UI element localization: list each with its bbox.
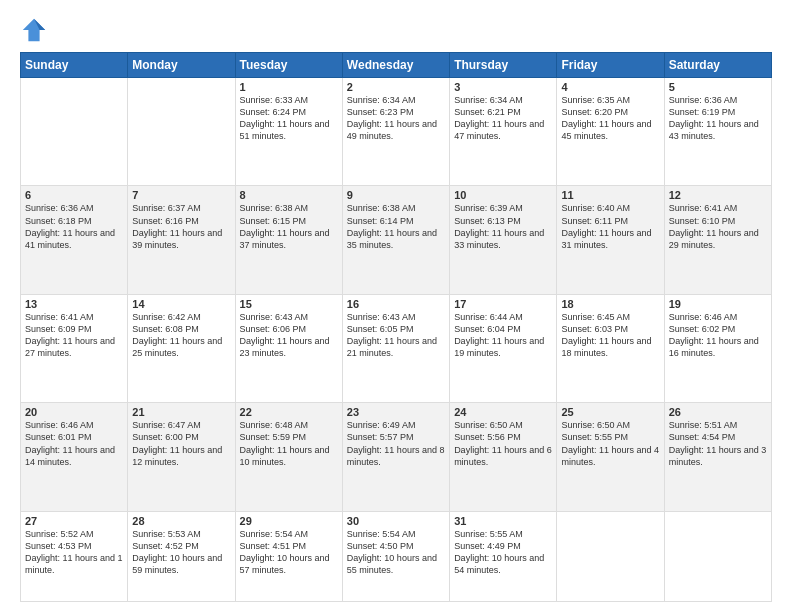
cell-info: Sunrise: 6:43 AMSunset: 6:06 PMDaylight:…: [240, 311, 338, 360]
day-number: 28: [132, 515, 230, 527]
cell-info: Sunrise: 6:39 AMSunset: 6:13 PMDaylight:…: [454, 202, 552, 251]
day-number: 1: [240, 81, 338, 93]
day-number: 31: [454, 515, 552, 527]
day-number: 21: [132, 406, 230, 418]
day-number: 7: [132, 189, 230, 201]
cell-info: Sunrise: 6:49 AMSunset: 5:57 PMDaylight:…: [347, 419, 445, 468]
logo-icon: [20, 16, 48, 44]
cell-info: Sunrise: 6:36 AMSunset: 6:18 PMDaylight:…: [25, 202, 123, 251]
page: SundayMondayTuesdayWednesdayThursdayFrid…: [0, 0, 792, 612]
cell-info: Sunrise: 6:45 AMSunset: 6:03 PMDaylight:…: [561, 311, 659, 360]
day-number: 19: [669, 298, 767, 310]
weekday-header-sunday: Sunday: [21, 53, 128, 78]
day-number: 20: [25, 406, 123, 418]
calendar-cell: 21Sunrise: 6:47 AMSunset: 6:00 PMDayligh…: [128, 403, 235, 511]
cell-info: Sunrise: 5:51 AMSunset: 4:54 PMDaylight:…: [669, 419, 767, 468]
cell-info: Sunrise: 6:35 AMSunset: 6:20 PMDaylight:…: [561, 94, 659, 143]
cell-info: Sunrise: 6:36 AMSunset: 6:19 PMDaylight:…: [669, 94, 767, 143]
day-number: 13: [25, 298, 123, 310]
cell-info: Sunrise: 5:53 AMSunset: 4:52 PMDaylight:…: [132, 528, 230, 577]
calendar-cell: 10Sunrise: 6:39 AMSunset: 6:13 PMDayligh…: [450, 186, 557, 294]
calendar-cell: 7Sunrise: 6:37 AMSunset: 6:16 PMDaylight…: [128, 186, 235, 294]
calendar-cell: 27Sunrise: 5:52 AMSunset: 4:53 PMDayligh…: [21, 511, 128, 601]
day-number: 17: [454, 298, 552, 310]
calendar-cell: 2Sunrise: 6:34 AMSunset: 6:23 PMDaylight…: [342, 78, 449, 186]
header: [20, 16, 772, 44]
weekday-header-saturday: Saturday: [664, 53, 771, 78]
day-number: 29: [240, 515, 338, 527]
day-number: 4: [561, 81, 659, 93]
calendar-cell: 25Sunrise: 6:50 AMSunset: 5:55 PMDayligh…: [557, 403, 664, 511]
cell-info: Sunrise: 6:38 AMSunset: 6:14 PMDaylight:…: [347, 202, 445, 251]
calendar-cell: 31Sunrise: 5:55 AMSunset: 4:49 PMDayligh…: [450, 511, 557, 601]
calendar-cell: 5Sunrise: 6:36 AMSunset: 6:19 PMDaylight…: [664, 78, 771, 186]
weekday-header-tuesday: Tuesday: [235, 53, 342, 78]
calendar-cell: 3Sunrise: 6:34 AMSunset: 6:21 PMDaylight…: [450, 78, 557, 186]
day-number: 8: [240, 189, 338, 201]
cell-info: Sunrise: 5:54 AMSunset: 4:51 PMDaylight:…: [240, 528, 338, 577]
calendar-week-row: 20Sunrise: 6:46 AMSunset: 6:01 PMDayligh…: [21, 403, 772, 511]
logo: [20, 16, 52, 44]
cell-info: Sunrise: 6:46 AMSunset: 6:02 PMDaylight:…: [669, 311, 767, 360]
cell-info: Sunrise: 6:34 AMSunset: 6:23 PMDaylight:…: [347, 94, 445, 143]
calendar-cell: [128, 78, 235, 186]
weekday-header-wednesday: Wednesday: [342, 53, 449, 78]
calendar-week-row: 6Sunrise: 6:36 AMSunset: 6:18 PMDaylight…: [21, 186, 772, 294]
cell-info: Sunrise: 6:33 AMSunset: 6:24 PMDaylight:…: [240, 94, 338, 143]
cell-info: Sunrise: 6:48 AMSunset: 5:59 PMDaylight:…: [240, 419, 338, 468]
calendar-cell: 28Sunrise: 5:53 AMSunset: 4:52 PMDayligh…: [128, 511, 235, 601]
weekday-header-monday: Monday: [128, 53, 235, 78]
calendar-cell: 15Sunrise: 6:43 AMSunset: 6:06 PMDayligh…: [235, 294, 342, 402]
calendar-week-row: 27Sunrise: 5:52 AMSunset: 4:53 PMDayligh…: [21, 511, 772, 601]
calendar-table: SundayMondayTuesdayWednesdayThursdayFrid…: [20, 52, 772, 602]
cell-info: Sunrise: 6:41 AMSunset: 6:10 PMDaylight:…: [669, 202, 767, 251]
cell-info: Sunrise: 6:50 AMSunset: 5:55 PMDaylight:…: [561, 419, 659, 468]
calendar-cell: 16Sunrise: 6:43 AMSunset: 6:05 PMDayligh…: [342, 294, 449, 402]
calendar-cell: 6Sunrise: 6:36 AMSunset: 6:18 PMDaylight…: [21, 186, 128, 294]
day-number: 9: [347, 189, 445, 201]
calendar-cell: 12Sunrise: 6:41 AMSunset: 6:10 PMDayligh…: [664, 186, 771, 294]
cell-info: Sunrise: 6:47 AMSunset: 6:00 PMDaylight:…: [132, 419, 230, 468]
calendar-cell: [557, 511, 664, 601]
cell-info: Sunrise: 6:42 AMSunset: 6:08 PMDaylight:…: [132, 311, 230, 360]
calendar-cell: 11Sunrise: 6:40 AMSunset: 6:11 PMDayligh…: [557, 186, 664, 294]
calendar-cell: 26Sunrise: 5:51 AMSunset: 4:54 PMDayligh…: [664, 403, 771, 511]
cell-info: Sunrise: 6:43 AMSunset: 6:05 PMDaylight:…: [347, 311, 445, 360]
cell-info: Sunrise: 6:50 AMSunset: 5:56 PMDaylight:…: [454, 419, 552, 468]
calendar-cell: 4Sunrise: 6:35 AMSunset: 6:20 PMDaylight…: [557, 78, 664, 186]
calendar-cell: 1Sunrise: 6:33 AMSunset: 6:24 PMDaylight…: [235, 78, 342, 186]
day-number: 5: [669, 81, 767, 93]
cell-info: Sunrise: 6:41 AMSunset: 6:09 PMDaylight:…: [25, 311, 123, 360]
day-number: 26: [669, 406, 767, 418]
calendar-cell: 22Sunrise: 6:48 AMSunset: 5:59 PMDayligh…: [235, 403, 342, 511]
cell-info: Sunrise: 6:38 AMSunset: 6:15 PMDaylight:…: [240, 202, 338, 251]
cell-info: Sunrise: 6:46 AMSunset: 6:01 PMDaylight:…: [25, 419, 123, 468]
day-number: 25: [561, 406, 659, 418]
calendar-cell: 18Sunrise: 6:45 AMSunset: 6:03 PMDayligh…: [557, 294, 664, 402]
calendar-cell: 20Sunrise: 6:46 AMSunset: 6:01 PMDayligh…: [21, 403, 128, 511]
calendar-week-row: 13Sunrise: 6:41 AMSunset: 6:09 PMDayligh…: [21, 294, 772, 402]
cell-info: Sunrise: 5:55 AMSunset: 4:49 PMDaylight:…: [454, 528, 552, 577]
calendar-cell: 17Sunrise: 6:44 AMSunset: 6:04 PMDayligh…: [450, 294, 557, 402]
cell-info: Sunrise: 6:34 AMSunset: 6:21 PMDaylight:…: [454, 94, 552, 143]
calendar-cell: 30Sunrise: 5:54 AMSunset: 4:50 PMDayligh…: [342, 511, 449, 601]
calendar-cell: 9Sunrise: 6:38 AMSunset: 6:14 PMDaylight…: [342, 186, 449, 294]
weekday-header-friday: Friday: [557, 53, 664, 78]
day-number: 10: [454, 189, 552, 201]
cell-info: Sunrise: 5:52 AMSunset: 4:53 PMDaylight:…: [25, 528, 123, 577]
day-number: 14: [132, 298, 230, 310]
calendar-cell: 14Sunrise: 6:42 AMSunset: 6:08 PMDayligh…: [128, 294, 235, 402]
day-number: 3: [454, 81, 552, 93]
calendar-week-row: 1Sunrise: 6:33 AMSunset: 6:24 PMDaylight…: [21, 78, 772, 186]
calendar-cell: 23Sunrise: 6:49 AMSunset: 5:57 PMDayligh…: [342, 403, 449, 511]
calendar-cell: [21, 78, 128, 186]
day-number: 15: [240, 298, 338, 310]
day-number: 27: [25, 515, 123, 527]
day-number: 18: [561, 298, 659, 310]
cell-info: Sunrise: 5:54 AMSunset: 4:50 PMDaylight:…: [347, 528, 445, 577]
calendar-cell: [664, 511, 771, 601]
calendar-cell: 8Sunrise: 6:38 AMSunset: 6:15 PMDaylight…: [235, 186, 342, 294]
day-number: 23: [347, 406, 445, 418]
day-number: 30: [347, 515, 445, 527]
cell-info: Sunrise: 6:44 AMSunset: 6:04 PMDaylight:…: [454, 311, 552, 360]
